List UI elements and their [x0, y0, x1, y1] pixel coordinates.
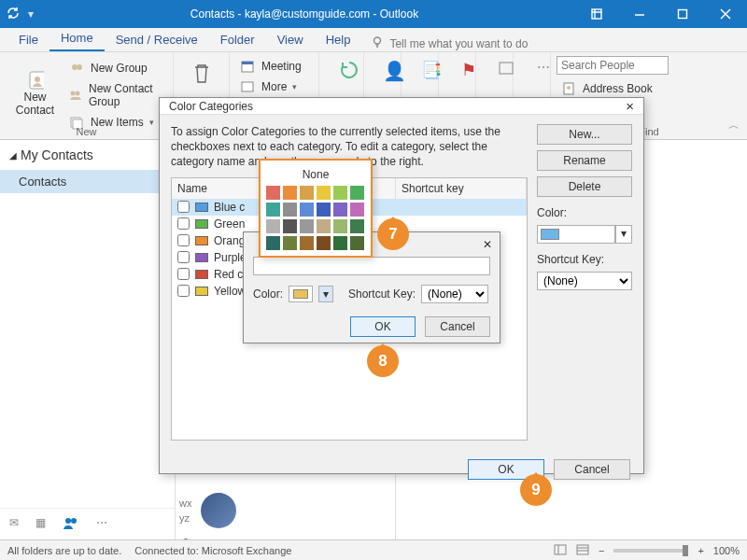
callout-7: 7	[377, 218, 409, 250]
dialog-cancel-button[interactable]: Cancel	[554, 459, 630, 480]
new-group-button[interactable]: New Group	[64, 58, 167, 78]
tab-send-receive[interactable]: Send / Receive	[105, 28, 209, 51]
tab-folder[interactable]: Folder	[209, 28, 266, 51]
search-people-input[interactable]	[557, 56, 669, 75]
color-dropdown-icon[interactable]: ▾	[615, 225, 632, 244]
svg-rect-28	[577, 545, 588, 554]
picker-swatch[interactable]	[317, 203, 331, 217]
delete-button[interactable]	[179, 56, 223, 92]
svg-rect-15	[242, 62, 253, 64]
zoom-in-icon[interactable]: +	[698, 545, 703, 556]
sub-color-label: Color:	[253, 287, 283, 301]
picker-swatch[interactable]	[300, 219, 314, 233]
category-swatch	[195, 236, 208, 245]
category-checkbox[interactable]	[177, 251, 190, 263]
category-checkbox[interactable]	[177, 234, 190, 246]
svg-point-5	[374, 37, 381, 44]
picker-swatch[interactable]	[317, 236, 331, 250]
picker-swatch[interactable]	[333, 203, 347, 217]
view-reading-icon[interactable]	[576, 544, 589, 557]
picker-swatch[interactable]	[333, 186, 347, 200]
sidebar-item-contacts[interactable]: Contacts	[0, 170, 175, 193]
address-book-button[interactable]: Address Book	[557, 78, 656, 99]
window-options-icon[interactable]	[575, 0, 618, 28]
category-checkbox[interactable]	[177, 268, 190, 280]
nav-mail-icon[interactable]: ✉	[9, 516, 19, 532]
subdialog-close-icon[interactable]: ✕	[483, 238, 492, 251]
window-minimize-icon[interactable]	[618, 0, 661, 28]
window-close-icon[interactable]	[704, 0, 747, 28]
picker-swatch[interactable]	[317, 186, 331, 200]
new-contact-group-icon	[68, 87, 83, 104]
picker-swatch[interactable]	[350, 203, 364, 217]
color-picker-none[interactable]: None	[266, 166, 365, 186]
tab-help[interactable]: Help	[315, 28, 362, 51]
tell-me-placeholder: Tell me what you want to do	[389, 37, 528, 50]
ribbon-tabs: File Home Send / Receive Folder View Hel…	[0, 28, 747, 52]
svg-point-11	[76, 91, 80, 96]
picker-swatch[interactable]	[350, 236, 364, 250]
nav-more-icon[interactable]: ⋯	[96, 516, 107, 532]
column-shortcut[interactable]: Shortcut key	[396, 178, 527, 199]
picker-swatch[interactable]	[266, 203, 280, 217]
view-normal-icon[interactable]	[554, 544, 567, 557]
sidebar-header[interactable]: ◢ My Contacts	[0, 140, 175, 170]
picker-swatch[interactable]	[350, 186, 364, 200]
category-checkbox[interactable]	[177, 201, 190, 213]
color-picker-popover: None	[259, 159, 373, 258]
more-button[interactable]: More▾	[235, 77, 313, 97]
tab-file[interactable]: File	[7, 28, 49, 51]
svg-rect-26	[555, 545, 566, 554]
svg-point-20	[65, 518, 71, 524]
address-book-icon	[560, 80, 577, 97]
window-title: Contacts - kayla@customguide.com - Outlo…	[34, 7, 575, 21]
picker-swatch[interactable]	[333, 219, 347, 233]
svg-rect-0	[592, 9, 601, 19]
tell-me-field[interactable]: Tell me what you want to do	[371, 35, 528, 51]
category-checkbox[interactable]	[177, 217, 190, 230]
nav-calendar-icon[interactable]: ▦	[35, 516, 46, 532]
category-swatch	[195, 219, 208, 229]
window-maximize-icon[interactable]	[661, 0, 704, 28]
picker-swatch[interactable]	[333, 236, 347, 250]
zoom-slider[interactable]	[613, 549, 688, 553]
picker-swatch[interactable]	[300, 203, 314, 217]
callout-9: 9	[520, 474, 552, 506]
quickaccess-sync-icon[interactable]	[6, 6, 21, 23]
new-contact-button[interactable]: New Contact	[6, 56, 64, 133]
picker-swatch[interactable]	[350, 219, 364, 233]
meeting-button[interactable]: Meeting	[235, 56, 313, 77]
picker-swatch[interactable]	[317, 219, 331, 233]
picker-swatch[interactable]	[300, 186, 314, 200]
ribbon-collapse-icon[interactable]: ︿	[728, 118, 740, 133]
alpha-index[interactable]: wx yz	[179, 496, 191, 526]
svg-point-19	[567, 86, 571, 90]
svg-rect-16	[242, 82, 253, 91]
picker-swatch[interactable]	[283, 203, 297, 217]
subdialog-ok-button[interactable]: OK	[350, 316, 416, 337]
delete-category-button[interactable]: Delete	[537, 176, 632, 197]
new-category-button[interactable]: New...	[537, 124, 632, 145]
new-contact-group-button[interactable]: New Contact Group	[64, 80, 167, 110]
zoom-out-icon[interactable]: −	[599, 545, 604, 556]
category-label: Blue c	[214, 201, 245, 214]
category-checkbox[interactable]	[177, 285, 190, 297]
picker-swatch[interactable]	[300, 236, 314, 250]
status-folders: All folders are up to date.	[7, 545, 121, 556]
tab-home[interactable]: Home	[49, 26, 105, 51]
nav-people-icon[interactable]	[63, 516, 79, 532]
dialog-close-icon[interactable]: ×	[626, 98, 634, 114]
shortcut-key-select[interactable]: (None)	[537, 272, 632, 290]
rename-category-button[interactable]: Rename	[537, 150, 632, 171]
picker-swatch[interactable]	[266, 236, 280, 250]
sub-shortcut-select[interactable]: (None)	[421, 285, 488, 303]
picker-swatch[interactable]	[283, 236, 297, 250]
picker-swatch[interactable]	[266, 186, 280, 200]
picker-swatch[interactable]	[283, 219, 297, 233]
tab-view[interactable]: View	[266, 28, 315, 51]
subdialog-cancel-button[interactable]: Cancel	[425, 316, 490, 337]
sub-color-dropdown-icon[interactable]: ▾	[318, 286, 333, 302]
category-name-input[interactable]	[253, 257, 490, 275]
picker-swatch[interactable]	[283, 186, 297, 200]
picker-swatch[interactable]	[266, 219, 280, 233]
